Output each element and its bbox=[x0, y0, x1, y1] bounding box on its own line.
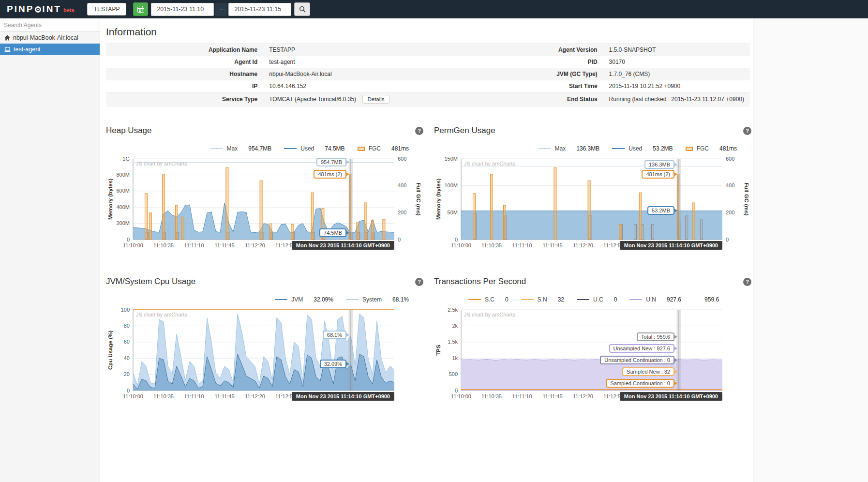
tps-chart[interactable]: 05001k1.5k2k2.5k11:10:0011:10:3511:11:10… bbox=[434, 306, 748, 402]
search-agents-input[interactable] bbox=[0, 18, 100, 32]
permgen-usage-chart[interactable]: 050M100M150M020040060011:10:0011:10:3511… bbox=[434, 155, 748, 251]
help-icon[interactable] bbox=[743, 127, 751, 135]
help-icon[interactable] bbox=[743, 278, 751, 286]
bar-FGC bbox=[504, 205, 506, 240]
chart-balloon: 954.7MB bbox=[316, 158, 346, 166]
cpu-usage-chart[interactable]: 02040608010011:10:0011:10:3511:11:1011:1… bbox=[106, 306, 420, 402]
pinpoint-logo[interactable]: PINP INT beta bbox=[7, 4, 75, 15]
balloon-text: 954.7MB bbox=[321, 159, 342, 165]
legend-name: U.N bbox=[646, 296, 656, 303]
balloon-text: 481ms (2) bbox=[646, 171, 670, 177]
bar-FGC bbox=[176, 205, 178, 240]
table-row: Hostname nbpui-MacBook-Air.local JVM (GC… bbox=[106, 68, 750, 80]
legend-item[interactable]: S.N32 bbox=[521, 296, 564, 303]
x-tick-label: 11:11:10 bbox=[512, 393, 532, 399]
bar-FGC bbox=[554, 167, 556, 240]
info-label: End Status bbox=[450, 92, 603, 106]
legend-name: FGC bbox=[697, 145, 709, 152]
page-title: Information bbox=[106, 26, 753, 38]
info-value: 1.5.0-SNAPSHOT bbox=[603, 44, 750, 56]
y2-tick-label: 0 bbox=[726, 237, 729, 242]
legend-name: Max bbox=[555, 145, 566, 152]
top-navbar: PINP INT beta TESTAPP – bbox=[0, 0, 868, 18]
charts-grid: Heap Usage Max954.7MBUsed74.5MBFGC481ms … bbox=[106, 125, 753, 402]
balloon-text: 32.09% bbox=[324, 361, 342, 367]
legend-line-marker bbox=[539, 148, 551, 149]
help-icon[interactable] bbox=[415, 127, 423, 135]
legend-item[interactable]: FGC481ms bbox=[358, 145, 409, 152]
x-tick-label: 11:10:00 bbox=[123, 393, 143, 399]
x-tick-label: 11:10:35 bbox=[481, 393, 502, 399]
chart-title: JVM/System Cpu Usage bbox=[106, 277, 195, 286]
legend-item[interactable]: JVM32.09% bbox=[275, 296, 333, 303]
info-label: Service Type bbox=[106, 92, 263, 106]
legend-name: JVM bbox=[291, 296, 303, 303]
logo-text-right: INT bbox=[42, 4, 61, 15]
legend-value: 136.3MB bbox=[576, 145, 599, 152]
x-tick-label: 11:11:45 bbox=[214, 242, 234, 248]
x-tick-label: 11:12:20 bbox=[245, 242, 265, 248]
legend-item[interactable]: Max954.7MB bbox=[210, 145, 272, 152]
bar-GC count bbox=[686, 216, 688, 240]
table-row: Service Type TOMCAT (Apache Tomcat/6.0.3… bbox=[106, 92, 750, 106]
agents-sidebar: nbpui-MacBook-Air.local test-agent bbox=[0, 18, 100, 482]
y2-axis-title: Full GC (ms) bbox=[744, 182, 748, 216]
legend-item[interactable]: Used74.5MB bbox=[284, 145, 344, 152]
pinpoint-app: PINP INT beta TESTAPP – nbpui-MacBook-Ai… bbox=[0, 0, 868, 482]
balloon-text: Unsampled New : 927.6 bbox=[614, 346, 670, 351]
service-type-value: TOMCAT (Apache Tomcat/6.0.35) bbox=[269, 96, 356, 103]
legend-item[interactable]: Max136.3MB bbox=[539, 145, 600, 152]
bar-FGC bbox=[163, 174, 165, 240]
legend-name: Max bbox=[227, 145, 238, 152]
details-button[interactable]: Details bbox=[362, 95, 389, 104]
legend-value: 927.6 bbox=[667, 296, 681, 303]
y-axis-title: Memory (bytes) bbox=[435, 179, 441, 220]
bar-FGC bbox=[269, 224, 272, 240]
chart-balloon: Total : 959.6 bbox=[637, 332, 674, 341]
date-to-input[interactable] bbox=[228, 3, 291, 16]
balloon-arrow bbox=[673, 381, 677, 386]
balloon-text: 481ms (2) bbox=[318, 171, 342, 177]
legend-box-marker bbox=[686, 147, 693, 151]
y-tick-label: 1.5k bbox=[448, 339, 458, 345]
info-label: Application Name bbox=[106, 44, 263, 56]
y-axis-title: Cpu Usage (%) bbox=[107, 331, 113, 370]
sidebar-item-agent[interactable]: test-agent bbox=[0, 44, 100, 55]
bar-FGC bbox=[692, 203, 695, 240]
y-axis-title: TPS bbox=[435, 345, 441, 356]
sidebar-item-host[interactable]: nbpui-MacBook-Air.local bbox=[0, 32, 100, 44]
bar-FGC bbox=[181, 217, 184, 240]
date-from-input[interactable] bbox=[151, 3, 214, 16]
application-button[interactable]: TESTAPP bbox=[87, 3, 127, 15]
y-tick-label: 0 bbox=[455, 388, 458, 393]
legend-item[interactable]: System68.1% bbox=[346, 296, 409, 303]
help-icon[interactable] bbox=[415, 278, 423, 286]
legend-name: S.C bbox=[485, 296, 494, 303]
bar-GC count bbox=[634, 225, 637, 240]
legend-item[interactable]: 959.6 bbox=[694, 296, 719, 303]
calendar-button[interactable] bbox=[133, 2, 148, 16]
query-button[interactable] bbox=[294, 2, 310, 16]
legend-line-marker bbox=[577, 299, 589, 300]
x-tick-label: 11:10:35 bbox=[153, 393, 174, 399]
legend-item[interactable]: S.C0 bbox=[468, 296, 509, 303]
chart-balloon: 74.5MB bbox=[319, 228, 346, 237]
balloon-text: 68.1% bbox=[327, 332, 342, 338]
legend-item[interactable]: Used53.2MB bbox=[612, 145, 673, 152]
chart-title: PermGen Usage bbox=[434, 126, 495, 136]
y2-axis-title: Full GC (ms) bbox=[416, 182, 420, 216]
x-tick-label: 11:11:45 bbox=[542, 242, 562, 248]
info-value: 10.64.146.152 bbox=[263, 80, 450, 92]
legend-item[interactable]: U.N927.6 bbox=[629, 296, 681, 303]
y2-tick-label: 600 bbox=[726, 156, 734, 162]
legend-line-marker bbox=[210, 148, 223, 149]
legend-item[interactable]: U.C0 bbox=[577, 296, 617, 303]
heap-usage-chart[interactable]: 0200M400M600M800M1G020040060011:10:0011:… bbox=[106, 155, 420, 251]
legend-value: 0 bbox=[505, 296, 509, 303]
y-tick-label: 40 bbox=[124, 355, 130, 361]
amcharts-watermark: JS chart by amCharts bbox=[136, 312, 187, 317]
bar-FGC bbox=[311, 193, 314, 240]
legend-item[interactable]: FGC481ms bbox=[686, 145, 737, 152]
y-tick-label: 0 bbox=[455, 237, 458, 242]
x-tick-label: 11:10:35 bbox=[153, 242, 174, 248]
